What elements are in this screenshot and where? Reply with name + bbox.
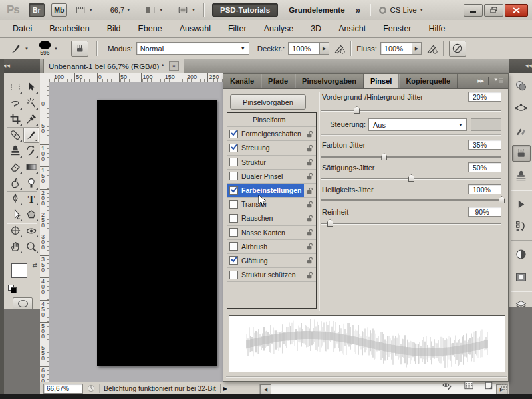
tool-pen[interactable]: [7, 191, 23, 207]
setting-checkbox[interactable]: [229, 228, 238, 237]
brush-setting-pinselform[interactable]: Pinselform: [227, 113, 316, 127]
setting-checkbox[interactable]: [229, 242, 238, 251]
collapse-to-icons-icon[interactable]: ▶▶: [477, 78, 483, 84]
brush-setting-struktur-schützen[interactable]: Struktur schützen: [227, 268, 316, 282]
arrange-dropdown-arrow[interactable]: ▼: [159, 8, 163, 12]
brush-preset-picker[interactable]: 596: [39, 41, 51, 56]
panel-tab-pfade[interactable]: Pfade: [261, 74, 295, 88]
panel-menu-icon[interactable]: [493, 77, 504, 85]
setting-checkbox[interactable]: [229, 158, 238, 166]
toolbar-collapse-header[interactable]: ◀◀: [0, 59, 43, 74]
tool-hand[interactable]: [7, 239, 23, 255]
lock-icon[interactable]: [304, 254, 316, 267]
foreground-color-swatch[interactable]: [11, 263, 27, 278]
brush-setting-transfer[interactable]: Transfer: [227, 198, 316, 211]
view-extras-dropdown-arrow[interactable]: ▼: [89, 8, 93, 12]
preview-toggle-icon[interactable]: [440, 380, 455, 391]
menu-auswahl[interactable]: Auswahl: [171, 24, 219, 33]
menu-fenster[interactable]: Fenster: [374, 24, 420, 33]
tool-crop[interactable]: [7, 111, 23, 127]
mini-bridge-button[interactable]: Mb: [51, 3, 67, 17]
document-tab[interactable]: Unbenannt-1 bei 66,7% (RGB/8) * ×: [43, 59, 184, 73]
deckkraft-field[interactable]: 100%: [288, 42, 320, 55]
fg-bg-jitter-slider[interactable]: [321, 110, 501, 111]
lock-icon[interactable]: [304, 268, 316, 281]
brush-setting-dualer-pinsel[interactable]: Dualer Pinsel: [227, 170, 316, 184]
dock-clone-source[interactable]: [513, 168, 530, 184]
farbton-jitter-slider[interactable]: [321, 156, 501, 158]
modus-dropdown[interactable]: Normal ▼: [136, 42, 249, 55]
dock-brush-panel[interactable]: [512, 145, 531, 162]
workspace-overflow-chevron[interactable]: »: [356, 5, 361, 15]
deckkraft-slider-button[interactable]: ▶: [320, 42, 329, 55]
restore-button[interactable]: [484, 4, 503, 17]
setting-checkbox[interactable]: [229, 256, 238, 265]
helligkeits-jitter-slider[interactable]: [321, 200, 501, 201]
menu-3d[interactable]: 3D: [302, 24, 330, 33]
dock-history[interactable]: [513, 219, 530, 234]
tool-history-brush[interactable]: [23, 143, 39, 159]
view-extras-icon[interactable]: [74, 5, 87, 15]
menu-bearbeiten[interactable]: Bearbeiten: [41, 24, 98, 33]
dock-adjustments[interactable]: [513, 247, 530, 262]
saettigungs-jitter-slider[interactable]: [321, 178, 501, 179]
tool-healing-brush[interactable]: [7, 127, 23, 143]
brush-setting-rauschen[interactable]: Rauschen: [227, 211, 316, 225]
dock-masks[interactable]: [513, 269, 530, 284]
brush-presets-button[interactable]: Pinselvorgaben: [230, 94, 306, 110]
tool-dodge[interactable]: [23, 175, 39, 191]
lock-icon[interactable]: [304, 141, 316, 154]
setting-checkbox[interactable]: [229, 214, 238, 223]
tool-gradient[interactable]: [23, 159, 39, 175]
tool-preset-dropdown-arrow[interactable]: ▼: [25, 47, 29, 51]
tool-clone-stamp[interactable]: [7, 143, 23, 159]
tool-magic-wand[interactable]: [23, 95, 39, 111]
lock-icon[interactable]: [304, 170, 316, 183]
arrange-documents-icon[interactable]: [144, 5, 157, 15]
menu-bild[interactable]: Bild: [98, 24, 130, 33]
dock-actions[interactable]: [513, 196, 530, 211]
tool-eraser[interactable]: [7, 159, 23, 175]
menu-analyse[interactable]: Analyse: [255, 24, 302, 33]
tool-path-selection[interactable]: [7, 207, 23, 223]
tool-rectangular-marquee[interactable]: [7, 79, 23, 95]
steuerung-dropdown[interactable]: Aus ▼: [368, 118, 467, 131]
tool-shape[interactable]: [23, 207, 39, 223]
tablet-opacity-icon[interactable]: [333, 43, 346, 55]
toolbar-grip[interactable]: [11, 75, 33, 78]
default-colors-icon[interactable]: [8, 285, 16, 293]
fluss-slider-button[interactable]: ▶: [412, 42, 422, 55]
lock-icon[interactable]: [304, 156, 316, 169]
tool-zoom[interactable]: [23, 239, 39, 255]
brush-setting-nasse-kanten[interactable]: Nasse Kanten: [227, 226, 316, 240]
minimize-button[interactable]: [464, 4, 483, 17]
texture-protect-icon[interactable]: [462, 380, 476, 391]
tool-lasso[interactable]: [7, 95, 23, 111]
tool-move[interactable]: [23, 79, 39, 95]
zoom-level-field[interactable]: 66,7: [110, 6, 124, 14]
setting-checkbox[interactable]: [229, 200, 238, 209]
fluss-field[interactable]: 100%: [380, 42, 412, 55]
brush-setting-airbrush[interactable]: Airbrush: [227, 240, 316, 254]
canvas-image[interactable]: [97, 100, 217, 366]
saettigungs-jitter-value[interactable]: 50%: [468, 162, 501, 172]
menu-ebene[interactable]: Ebene: [130, 24, 171, 33]
workspace-button-secondary[interactable]: Grundelemente: [289, 6, 344, 14]
tool-type[interactable]: T: [23, 191, 39, 207]
tool-brush[interactable]: [23, 127, 39, 143]
zoom-dropdown-arrow[interactable]: ▼: [126, 8, 130, 12]
new-brush-icon[interactable]: [481, 380, 496, 391]
brush-tool-icon[interactable]: [9, 43, 23, 55]
dock-collapse-header[interactable]: ◀◀: [509, 59, 532, 74]
setting-checkbox[interactable]: [229, 271, 238, 279]
brush-picker-dropdown-arrow[interactable]: ▼: [54, 47, 58, 51]
lock-icon[interactable]: [304, 184, 316, 197]
options-grip[interactable]: [2, 41, 5, 56]
reinheit-value[interactable]: -90%: [468, 207, 501, 217]
bridge-button[interactable]: Br: [29, 3, 45, 17]
brush-setting-farbeinstellungen[interactable]: Farbeinstellungen: [227, 184, 316, 198]
brush-setting-struktur[interactable]: Struktur: [227, 156, 316, 170]
setting-checkbox[interactable]: [229, 172, 238, 180]
setting-checkbox[interactable]: [229, 144, 238, 152]
panel-tab-pinselvorgaben[interactable]: Pinselvorgaben: [295, 74, 364, 88]
